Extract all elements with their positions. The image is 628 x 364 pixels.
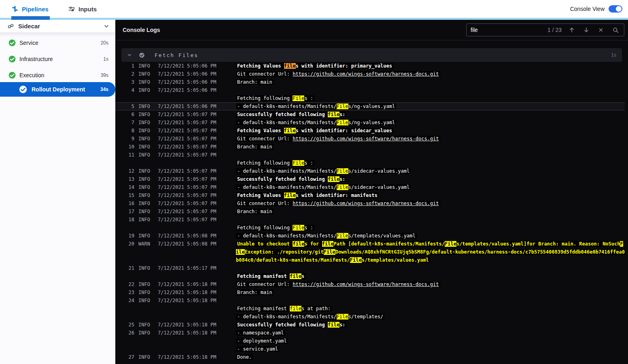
log-message-text: Successfully fetched following files:: [236, 112, 346, 117]
line-number: 14: [115, 183, 134, 191]
log-message-text: - default-k8s-manifests/Manifests/Files/…: [236, 184, 411, 190]
success-check-icon: [8, 71, 16, 79]
log-message-text: Fetching following Files :: [236, 95, 314, 101]
stage-label: Infrastructure: [19, 56, 103, 62]
log-row: Fetching following Files :: [115, 224, 625, 232]
pipeline-header[interactable]: Sidecar: [0, 20, 115, 33]
log-row: 6INFO7/12/2021 5:05:07 PMSuccessfully fe…: [115, 110, 625, 119]
line-number: [115, 272, 134, 280]
sidebar-item-service[interactable]: Service20s: [0, 35, 115, 51]
stage-duration: 20s: [101, 40, 108, 46]
log-message-text: Fetching Values files with identifier: p…: [236, 63, 393, 69]
log-timestamp: [158, 345, 236, 353]
line-number: 26: [115, 329, 134, 337]
search-match: file: [284, 63, 296, 69]
next-match-button[interactable]: [582, 25, 591, 34]
log-section-fetch-files[interactable]: Fetch Files 1s: [121, 48, 622, 62]
log-timestamp: 7/12/2021 5:05:07 PM: [158, 135, 236, 143]
line-number: 6: [115, 110, 134, 119]
log-timestamp: 7/12/2021 5:05:18 PM: [158, 321, 236, 329]
log-level: INFO: [134, 167, 158, 175]
line-number: 15: [115, 191, 134, 199]
log-row: 10INFO7/12/2021 5:05:07 PMBranch: main: [115, 143, 625, 151]
search-input[interactable]: [471, 27, 542, 33]
log-message-text: Git connector Url: https://github.com/wi…: [236, 281, 440, 287]
accent-strip: [0, 18, 628, 20]
log-row: 3INFO7/12/2021 5:05:06 PMBranch: main: [115, 78, 625, 86]
log-message-text: Branch: main: [236, 144, 274, 150]
sidebar-item-rollout-deployment[interactable]: Rollout Deployment 34s: [0, 82, 115, 97]
log-level: INFO: [134, 127, 158, 135]
log-level: INFO: [134, 288, 158, 296]
log-message: Fetching following Files :: [236, 94, 625, 102]
search-match: file: [284, 128, 296, 133]
line-number: 19: [115, 232, 134, 240]
log-level: INFO: [134, 78, 158, 86]
log-row: 22INFO7/12/2021 5:05:18 PMGit connector …: [115, 280, 625, 288]
line-number: [115, 305, 134, 313]
line-number: 4: [115, 86, 134, 94]
sidebar-item-execution[interactable]: Execution39s: [0, 67, 115, 83]
log-message-text: Fetching manifest files at path:: [236, 306, 332, 311]
log-level: [134, 337, 158, 345]
log-message-text: - default-k8s-manifests/Manifests/Files/…: [236, 233, 417, 239]
log-message-text: Fetching manifest files: [236, 273, 306, 279]
tab-pipelines[interactable]: Pipelines: [11, 0, 49, 18]
search-match: File: [337, 314, 348, 320]
chevron-down-icon[interactable]: [103, 23, 110, 30]
tab-inputs[interactable]: Inputs: [68, 0, 97, 18]
search-match: file: [328, 322, 339, 328]
log-timestamp: 7/12/2021 5:05:08 PM: [158, 232, 236, 240]
log-row: 4INFO7/12/2021 5:05:06 PM: [115, 86, 625, 94]
clear-search-button[interactable]: [596, 25, 605, 34]
log-message-text: - default-k8s-manifests/Manifests/Files/…: [236, 104, 396, 109]
log-timestamp: [158, 305, 236, 313]
line-number: 13: [115, 175, 134, 183]
sidebar-item-infrastructure[interactable]: Infrastructure1s: [0, 51, 115, 67]
log-timestamp: 7/12/2021 5:05:18 PM: [158, 288, 236, 296]
log-message-text: Fetching following Files :: [236, 225, 314, 231]
log-level: INFO: [134, 151, 158, 159]
log-level: [134, 313, 158, 321]
log-timestamp: 7/12/2021 5:05:08 PM: [158, 240, 236, 264]
log-timestamp: 7/12/2021 5:05:06 PM: [158, 102, 236, 110]
log-link[interactable]: https://github.com/wings-software/harnes…: [293, 71, 439, 77]
log-level: INFO: [134, 264, 158, 272]
log-level: [134, 159, 158, 167]
log-level: INFO: [134, 321, 158, 329]
log-message-text: Branch: main: [236, 290, 274, 295]
log-link[interactable]: https://github.com/wings-software/harnes…: [293, 201, 439, 206]
log-link[interactable]: https://github.com/wings-software/harnes…: [293, 136, 439, 142]
log-message-text: Branch: main: [236, 209, 274, 214]
log-message: Fetching following Files :: [236, 224, 625, 232]
log-message-text: - default-k8s-manifests/Manifests/Files/…: [236, 314, 384, 320]
log-level: INFO: [134, 207, 158, 216]
line-number: 22: [115, 280, 134, 288]
log-level: INFO: [134, 110, 158, 119]
log-message: Fetching Values files with identifier: p…: [236, 62, 625, 70]
log-message: - default-k8s-manifests/Manifests/Files/…: [236, 102, 625, 110]
log-timestamp: 7/12/2021 5:05:18 PM: [158, 329, 236, 337]
previous-match-button[interactable]: [567, 25, 576, 34]
log-message: Git connector Url: https://github.com/wi…: [236, 199, 625, 207]
section-title: Fetch Files: [155, 52, 611, 58]
console-view-label: Console View: [570, 6, 605, 12]
log-timestamp: 7/12/2021 5:05:06 PM: [158, 78, 236, 86]
log-timestamp: 7/12/2021 5:05:06 PM: [158, 62, 236, 70]
log-message: [236, 264, 625, 272]
line-number: 11: [115, 151, 134, 159]
log-message: Successfully fetched following files:: [236, 321, 625, 329]
log-timestamp: 7/12/2021 5:05:07 PM: [158, 143, 236, 151]
log-level: INFO: [134, 329, 158, 337]
log-timestamp: 7/12/2021 5:05:07 PM: [158, 207, 236, 216]
toggle-knob: [616, 6, 622, 12]
section-chevron-icon[interactable]: [127, 52, 132, 58]
search-icon[interactable]: [611, 25, 620, 34]
log-message-text: - service.yaml: [236, 346, 279, 352]
log-level: [134, 305, 158, 313]
console-view-toggle[interactable]: [609, 5, 622, 13]
log-message: Fetching manifest files at path:: [236, 305, 625, 313]
line-number: 24: [115, 296, 134, 305]
line-number: [115, 224, 134, 232]
log-link[interactable]: https://github.com/wings-software/harnes…: [293, 281, 439, 287]
